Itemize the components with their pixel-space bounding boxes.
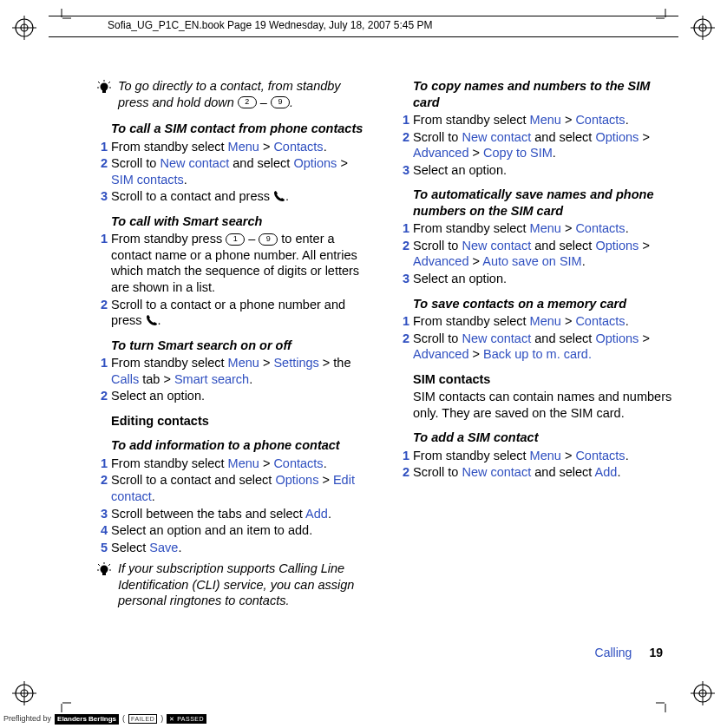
step: Select Save.	[95, 540, 373, 556]
text: .	[184, 173, 187, 187]
text: Scroll to	[413, 465, 462, 479]
text: >	[561, 113, 576, 127]
step: From standby select Menu > Contacts.	[95, 139, 373, 155]
text: .	[625, 449, 629, 462]
text: >	[259, 456, 274, 470]
text: From standby select	[111, 356, 228, 370]
tip-cli: If your subscription supports Calling Li…	[95, 561, 373, 609]
step: Scroll to a contact and press .	[95, 188, 373, 205]
text: Scroll to	[413, 331, 462, 345]
tip-fragment: To go directly to a contact, from standb…	[118, 79, 341, 109]
text: Scroll to	[111, 156, 160, 170]
steps-list: From standby select Menu > Contacts. Scr…	[397, 112, 675, 178]
menu-path: Back up to m. card.	[483, 347, 592, 361]
text: .	[625, 113, 629, 127]
running-header: Sofia_UG_P1C_EN.book Page 19 Wednesday, …	[108, 19, 432, 33]
menu-path: Auto save on SIM	[482, 254, 581, 268]
text: > the	[319, 356, 351, 370]
text: .	[625, 314, 629, 328]
menu-path: Contacts	[273, 140, 323, 154]
crop-mark-icon	[656, 9, 675, 28]
text: From standby select	[413, 221, 530, 235]
text: >	[259, 356, 274, 370]
step: Select an option and an item to add.	[95, 522, 373, 539]
text: Scroll to	[413, 130, 462, 144]
preflight-passed-text: PASSED	[177, 716, 204, 722]
registration-mark-icon	[691, 16, 715, 40]
step: Select an option.	[95, 388, 373, 404]
text: >	[561, 221, 576, 235]
text: .	[285, 189, 289, 203]
svg-point-24	[101, 83, 108, 91]
step: Select an option.	[397, 271, 675, 287]
section-title: To automatically save names and phone nu…	[413, 187, 675, 219]
step: Scroll to New contact and select Add.	[397, 464, 675, 481]
text: From standby select	[413, 314, 530, 328]
menu-path: Menu	[530, 449, 561, 462]
text: >	[639, 239, 650, 253]
lightbulb-icon	[95, 562, 115, 580]
menu-path: Options	[293, 156, 337, 170]
text: >	[561, 449, 576, 462]
subsection-heading: SIM contacts	[413, 371, 675, 388]
text: .	[625, 221, 629, 235]
text: and select	[531, 239, 595, 253]
subsection-heading: Editing contacts	[111, 413, 373, 430]
menu-path: Options	[595, 130, 639, 144]
menu-path: Options	[595, 239, 639, 253]
paren: (	[122, 714, 125, 725]
tip-fragment: –	[257, 95, 271, 109]
menu-path: Options	[595, 331, 639, 345]
menu-path: Copy to SIM	[483, 146, 553, 160]
step: Scroll between the tabs and select Add.	[95, 506, 373, 522]
text: .	[582, 254, 586, 268]
svg-rect-25	[102, 90, 106, 93]
svg-line-28	[108, 82, 110, 83]
step: Scroll to a contact and select Options >…	[95, 472, 373, 504]
menu-path: Save	[149, 541, 178, 554]
menu-path: Settings	[273, 356, 318, 370]
step: Scroll to New contact and select Options…	[397, 129, 675, 161]
text: >	[318, 473, 333, 487]
key-9-icon: 9	[271, 96, 290, 108]
text: Scroll to a contact and press	[111, 189, 273, 203]
menu-path: Contacts	[575, 221, 625, 235]
tip-text: To go directly to a contact, from standb…	[118, 78, 373, 110]
preflight-passed-badge: ✕ PASSED	[167, 714, 206, 724]
menu-path: Add	[595, 465, 618, 479]
call-icon	[146, 314, 158, 326]
step: Scroll to New contact and select Options…	[95, 155, 373, 187]
x-icon: ✕	[169, 716, 175, 722]
menu-path: Advanced	[413, 254, 469, 268]
text: Scroll to a contact and select	[111, 473, 275, 487]
text: >	[469, 254, 483, 268]
text: From standby select	[111, 456, 228, 470]
lightbulb-icon	[95, 80, 115, 97]
preflight-strip: Preflighted by Elanders Berlings ( FAILE…	[3, 714, 206, 725]
menu-path: Smart search	[174, 372, 249, 386]
crop-mark-icon	[656, 693, 675, 712]
text: .	[553, 146, 556, 160]
key-1-icon: 1	[226, 233, 245, 246]
text: –	[245, 232, 259, 246]
header-rule-bottom	[49, 36, 678, 37]
steps-list: From standby select Menu > Contacts. Scr…	[397, 313, 675, 363]
page-number: 19	[649, 646, 663, 659]
step: From standby select Menu > Settings > th…	[95, 355, 373, 387]
text: .	[178, 541, 181, 554]
key-9-icon: 9	[259, 233, 278, 246]
menu-path: Options	[275, 473, 318, 487]
key-2-icon: 2	[238, 96, 257, 108]
steps-list: From standby select Menu > Contacts. Scr…	[397, 448, 675, 481]
text: Scroll to	[413, 239, 462, 253]
menu-path: Add	[305, 507, 328, 521]
step: From standby select Menu > Contacts.	[397, 448, 675, 464]
step: From standby select Menu > Contacts.	[95, 456, 373, 472]
step: Select an option.	[397, 162, 675, 179]
menu-path: Advanced	[413, 146, 469, 160]
text: From standby press	[111, 232, 226, 246]
menu-path: SIM contacts	[111, 173, 184, 187]
header-rule-top	[49, 16, 678, 16]
text: From standby select	[413, 449, 530, 462]
section-title: To call a SIM contact from phone contact…	[111, 121, 373, 137]
